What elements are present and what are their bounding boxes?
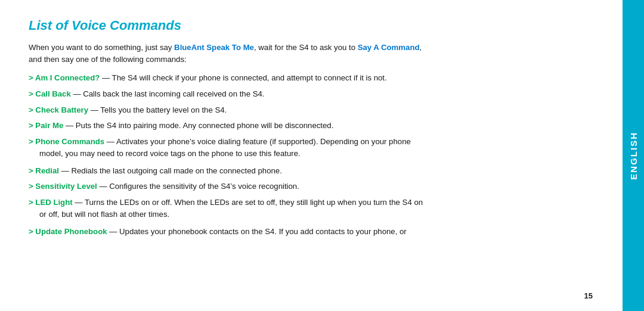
commands-list: > Am I Connected? — The S4 will check if…: [29, 72, 599, 238]
cmd-label: > LED Light: [29, 198, 73, 207]
list-item: > Am I Connected? — The S4 will check if…: [29, 72, 599, 84]
list-item: > Call Back — Calls back the last incomi…: [29, 88, 599, 100]
cmd-label: > Call Back: [29, 89, 71, 98]
cmd-description: — Activates your phone’s voice dialing f…: [104, 137, 411, 146]
cmd-label: > Am I Connected?: [29, 73, 100, 82]
cmd-label: > Pair Me: [29, 121, 63, 130]
page-container: List of Voice Commands When you want to …: [0, 0, 644, 311]
cmd-label: > Redial: [29, 166, 59, 175]
cmd-description: — The S4 will check if your phone is con…: [100, 73, 386, 82]
cmd-description: — Configures the sensitivity of the S4’s…: [97, 182, 299, 191]
cmd-second-line: model, you may need to record voice tags…: [29, 148, 599, 160]
intro-paragraph: When you want to do something, just say …: [29, 42, 599, 66]
list-item: > Redial — Redials the last outgoing cal…: [29, 165, 599, 177]
main-content: List of Voice Commands When you want to …: [0, 0, 623, 311]
cmd-label: > Check Battery: [29, 105, 88, 114]
cmd-description: — Updates your phonebook contacts on the…: [107, 227, 407, 236]
intro-text-1: When you want to do something, just say: [29, 43, 174, 52]
list-item: > Sensitivity Level — Configures the sen…: [29, 181, 599, 192]
intro-text-3: ,: [420, 43, 422, 52]
intro-text-2: , wait for the S4 to ask you to: [254, 43, 358, 52]
list-item: > Pair Me — Puts the S4 into pairing mod…: [29, 120, 599, 132]
cmd-description: — Redials the last outgoing call made on…: [59, 166, 282, 175]
list-item: > LED Light — Turns the LEDs on or off. …: [29, 197, 599, 220]
intro-line2: and then say one of the following comman…: [29, 55, 187, 64]
cmd-description: — Tells you the battery level on the S4.: [88, 105, 227, 114]
cmd-description: — Puts the S4 into pairing mode. Any con…: [63, 121, 333, 130]
say-command: Say A Command: [358, 43, 420, 52]
page-number: 15: [584, 291, 593, 300]
cmd-label: > Update Phonebook: [29, 227, 107, 236]
list-item: > Update Phonebook — Updates your phoneb…: [29, 226, 599, 238]
blueant-speak: BlueAnt Speak To Me: [174, 43, 254, 52]
list-item: > Check Battery — Tells you the battery …: [29, 104, 599, 116]
sidebar-english-tab: ENGLISH: [623, 0, 644, 311]
list-item: > Phone Commands — Activates your phone’…: [29, 136, 599, 160]
cmd-label: > Sensitivity Level: [29, 182, 97, 191]
cmd-label: > Phone Commands: [29, 137, 104, 146]
cmd-description: — Calls back the last incoming call rece…: [71, 89, 265, 98]
page-title: List of Voice Commands: [29, 18, 599, 33]
cmd-second-line: or off, but will not flash at other time…: [29, 209, 599, 220]
sidebar-tab-label: ENGLISH: [628, 132, 639, 180]
cmd-description: — Turns the LEDs on or off. When the LED…: [73, 198, 423, 207]
